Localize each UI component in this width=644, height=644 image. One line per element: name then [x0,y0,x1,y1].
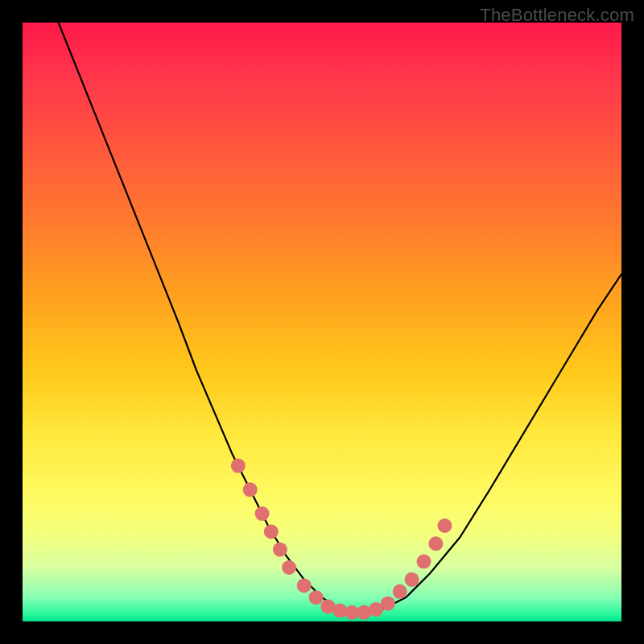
bottleneck-curve [59,23,621,616]
chart-frame: TheBottleneck.com [0,0,644,644]
highlight-marker [405,572,419,587]
highlight-marker [309,590,324,605]
highlight-marker [381,597,395,611]
marker-group [231,459,452,620]
highlight-marker [417,555,431,569]
chart-svg [23,23,621,621]
chart-plot-area [23,23,621,621]
highlight-marker [297,578,312,592]
highlight-marker [273,543,287,557]
highlight-marker [255,506,270,521]
highlight-marker [264,524,279,539]
highlight-marker [393,584,407,599]
highlight-marker [428,536,443,551]
highlight-marker [282,560,296,575]
highlight-marker [231,459,246,473]
highlight-marker [438,518,452,533]
highlight-marker [243,482,258,497]
